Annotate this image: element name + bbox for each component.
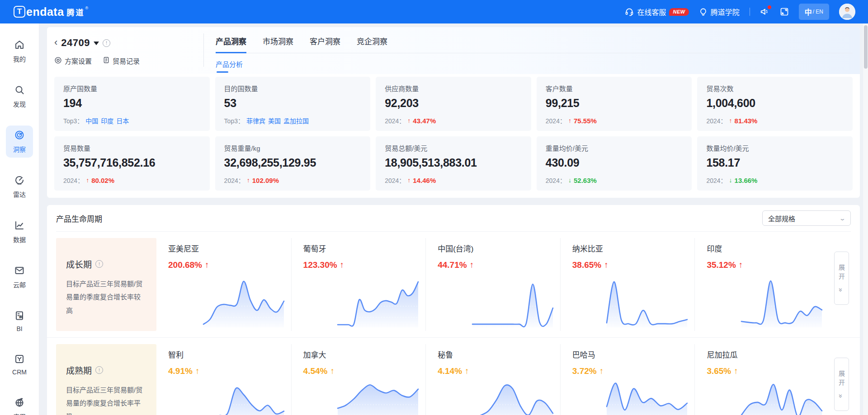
country-name: 亚美尼亚 xyxy=(168,242,285,254)
lifecycle-row: 成熟期 ! 目标产品近三年贸易额/贸易量的季度复合增长率平稳 智利 4.91% … xyxy=(47,338,860,415)
sidebar-item-insight[interactable]: 洞察 xyxy=(6,126,33,158)
country-trend-cell[interactable]: 巴哈马 3.72% ↑ xyxy=(560,344,695,415)
notification-dot xyxy=(768,5,771,9)
info-icon[interactable]: ! xyxy=(103,39,110,47)
data-icon xyxy=(14,220,25,233)
country-trend-cell[interactable]: 中国(台湾) 44.71% ↑ xyxy=(425,238,560,331)
tab-1[interactable]: 产品洞察 xyxy=(216,35,246,53)
sidebar-item-label: 云邮 xyxy=(13,280,26,289)
topbar: T endata 腾道 ® 在线客服 NEW 腾道学院 中 / EN xyxy=(0,0,868,23)
spec-filter-value: 全部规格 xyxy=(768,214,795,223)
sidebar-item-label: 应用 xyxy=(13,412,26,415)
up-arrow-icon: ↑ xyxy=(86,177,89,184)
lifecycle-panel: 产品生命周期 全部规格 ⌄ 成长期 ! 目标产品近三年贸易额/贸易量的季度复合增… xyxy=(47,205,860,415)
stat-card: 原产国数量194Top3：中国印度日本 xyxy=(54,77,210,131)
apps-icon xyxy=(14,397,25,410)
sidebar-item-data[interactable]: 数据 xyxy=(6,216,33,248)
sidebar-item-apps[interactable]: 应用 xyxy=(6,393,33,415)
tab-4[interactable]: 竞企洞察 xyxy=(357,35,387,53)
plan-id[interactable]: 24709 xyxy=(61,37,90,49)
spec-filter-select[interactable]: 全部规格 ⌄ xyxy=(762,210,851,226)
stat-pct: 75.55% xyxy=(574,117,597,125)
main-content: ‹ 24709 ! 方案设置 xyxy=(39,23,868,415)
sidebar-item-home[interactable]: 我的 xyxy=(6,35,33,67)
stat-meta-label: 2024： xyxy=(706,176,726,185)
target-icon xyxy=(54,56,62,65)
country-trend-cell[interactable]: 亚美尼亚 200.68% ↑ xyxy=(156,238,291,331)
search-icon xyxy=(14,84,25,97)
growth-pct: 3.65% xyxy=(707,366,731,376)
expand-button[interactable]: 展开 » xyxy=(834,358,849,411)
trend-sparkline xyxy=(336,378,420,415)
country-trend-cell[interactable]: 印度 35.12% ↑ xyxy=(694,238,829,331)
stat-meta-label: Top3： xyxy=(224,116,244,125)
tab-3[interactable]: 客户洞察 xyxy=(310,35,340,53)
topbar-divider xyxy=(750,8,750,16)
growth-pct: 35.12% xyxy=(707,260,736,270)
stat-meta-label: 2024： xyxy=(706,116,726,125)
growth-pct: 38.65% xyxy=(572,260,601,270)
up-arrow-icon: ↑ xyxy=(599,366,604,376)
caret-down-icon[interactable] xyxy=(94,42,99,48)
logo-icon: T xyxy=(14,6,25,18)
plan-settings-button[interactable]: 方案设置 xyxy=(54,56,92,65)
up-arrow-icon: ↑ xyxy=(470,260,474,270)
lifecycle-title: 产品生命周期 xyxy=(56,213,102,224)
country-trend-cell[interactable]: 智利 4.91% ↑ xyxy=(156,344,291,415)
double-chevron-down-icon: » xyxy=(838,394,845,396)
country-trend-cell[interactable]: 葡萄牙 123.30% ↑ xyxy=(291,238,426,331)
sidebar: 我的发现洞察雷达数据云邮BIBICRM应用» xyxy=(0,23,39,415)
fullscreen-icon[interactable] xyxy=(780,7,789,16)
country-trend-cell[interactable]: 加拿大 4.54% ↑ xyxy=(291,344,426,415)
subtab-product-analysis[interactable]: 产品分析 xyxy=(216,59,243,69)
sidebar-item-bi[interactable]: BIBI xyxy=(6,306,33,336)
country-name: 秘鲁 xyxy=(438,349,554,360)
info-icon[interactable]: ! xyxy=(95,366,103,374)
bi-icon: BI xyxy=(14,310,25,323)
stat-value: 99,215 xyxy=(546,97,683,110)
stat-card: 贸易重量/kg32,698,255,129.952024：↑102.09% xyxy=(215,136,371,191)
sidebar-item-crm[interactable]: CRM xyxy=(6,350,33,380)
country-name: 尼加拉瓜 xyxy=(707,349,823,360)
app-logo[interactable]: T endata 腾道 ® xyxy=(14,6,88,18)
stat-value: 1,004,600 xyxy=(706,97,844,110)
trade-records-button[interactable]: 贸易记录 xyxy=(103,56,140,65)
sidebar-item-search[interactable]: 发现 xyxy=(6,80,33,112)
announcement-icon[interactable] xyxy=(760,7,770,17)
top3-country-link[interactable]: 日本 xyxy=(116,117,129,125)
up-arrow-icon: ↑ xyxy=(205,260,209,270)
lang-secondary: / EN xyxy=(813,9,823,15)
page-scrollbar[interactable] xyxy=(863,23,868,415)
insight-icon xyxy=(14,130,25,142)
info-icon[interactable]: ! xyxy=(95,260,103,268)
trend-sparkline xyxy=(740,277,824,327)
top3-country-link[interactable]: 美国 xyxy=(268,117,281,125)
language-toggle[interactable]: 中 / EN xyxy=(799,4,829,20)
stat-value: 18,905,513,883.01 xyxy=(385,156,522,169)
registered-mark: ® xyxy=(85,6,89,10)
sidebar-item-radar[interactable]: 雷达 xyxy=(6,171,33,203)
growth-pct: 44.71% xyxy=(438,260,467,270)
scrollbar-thumb[interactable] xyxy=(864,25,868,69)
tab-2[interactable]: 市场洞察 xyxy=(263,35,293,53)
country-trend-cell[interactable]: 尼加拉瓜 3.65% ↑ xyxy=(694,344,829,415)
online-service-link[interactable]: 在线客服 NEW xyxy=(625,6,689,17)
sidebar-item-label: 发现 xyxy=(13,99,26,108)
back-icon[interactable]: ‹ xyxy=(54,37,57,47)
stat-label: 重量均价/美元 xyxy=(546,143,683,153)
country-trend-cell[interactable]: 纳米比亚 38.65% ↑ xyxy=(560,238,695,331)
expand-button[interactable]: 展开 » xyxy=(834,252,849,305)
top3-country-link[interactable]: 孟加拉国 xyxy=(283,117,309,125)
country-trend-cell[interactable]: 秘鲁 4.14% ↑ xyxy=(425,344,560,415)
trend-sparkline xyxy=(740,378,824,415)
top3-country-link[interactable]: 印度 xyxy=(101,117,113,125)
sidebar-item-mail[interactable]: 云邮 xyxy=(6,261,33,293)
top3-country-link[interactable]: 菲律宾 xyxy=(246,117,265,125)
academy-link[interactable]: 腾道学院 xyxy=(699,6,740,17)
top3-country-link[interactable]: 中国 xyxy=(85,117,98,125)
trend-sparkline xyxy=(605,378,689,415)
logo-text: endata xyxy=(26,6,64,18)
avatar[interactable] xyxy=(839,4,855,20)
stat-meta-label: 2024： xyxy=(224,176,245,185)
crm-icon xyxy=(14,354,25,366)
